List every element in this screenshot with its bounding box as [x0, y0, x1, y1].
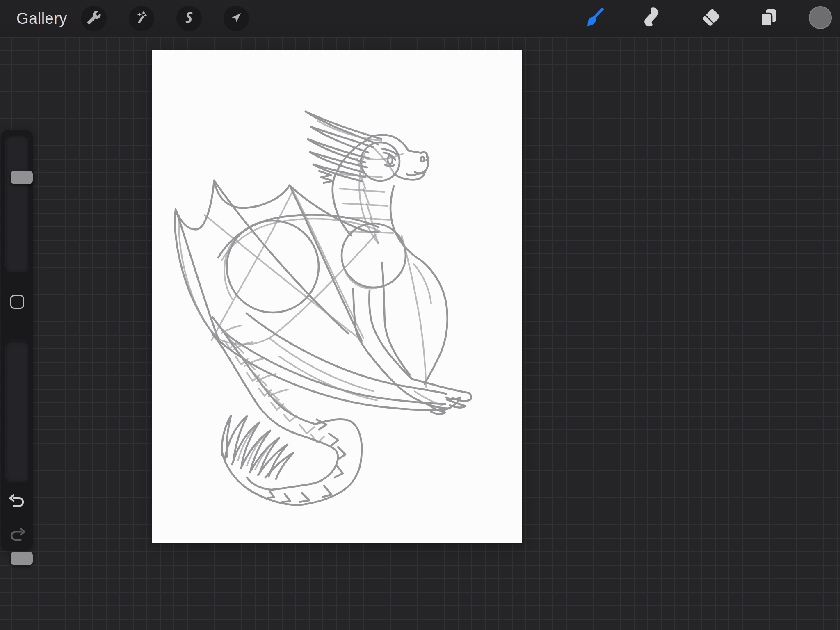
top-toolbar: Gallery: [0, 0, 840, 37]
adjustments-button[interactable]: [129, 6, 154, 31]
brush-size-handle[interactable]: [11, 171, 33, 184]
drawing-canvas[interactable]: [152, 50, 522, 543]
undo-button[interactable]: [8, 493, 27, 512]
undo-arrow-icon: [8, 493, 27, 513]
brush-opacity-slider[interactable]: [5, 340, 29, 482]
wrench-icon: [87, 10, 101, 27]
erase-tool-button[interactable]: [698, 5, 724, 32]
redo-arrow-icon: [8, 526, 27, 547]
smudge-finger-icon: [641, 6, 664, 31]
selection-button[interactable]: [176, 6, 202, 31]
gallery-label: Gallery: [16, 10, 67, 27]
modify-button[interactable]: [10, 295, 24, 309]
redo-button[interactable]: [8, 527, 27, 546]
eraser-icon: [700, 6, 723, 31]
color-swatch-circle[interactable]: [809, 6, 832, 29]
transform-button[interactable]: [224, 6, 249, 31]
procreate-window: Gallery: [0, 0, 840, 630]
gallery-button[interactable]: Gallery: [16, 0, 67, 37]
smudge-tool-button[interactable]: [639, 5, 665, 32]
brush-sidebar: [1, 130, 33, 551]
paint-tool-button[interactable]: [581, 5, 607, 32]
paint-brush-icon: [582, 6, 605, 31]
layers-button[interactable]: [756, 5, 782, 32]
layers-icon: [757, 6, 780, 31]
transform-arrow-icon: [229, 10, 244, 27]
brush-size-slider[interactable]: [5, 135, 29, 272]
selection-s-icon: [182, 10, 196, 27]
actions-button[interactable]: [81, 6, 107, 31]
dragon-sketch: [152, 50, 522, 543]
magic-wand-icon: [134, 10, 149, 27]
brush-opacity-handle[interactable]: [11, 552, 33, 565]
